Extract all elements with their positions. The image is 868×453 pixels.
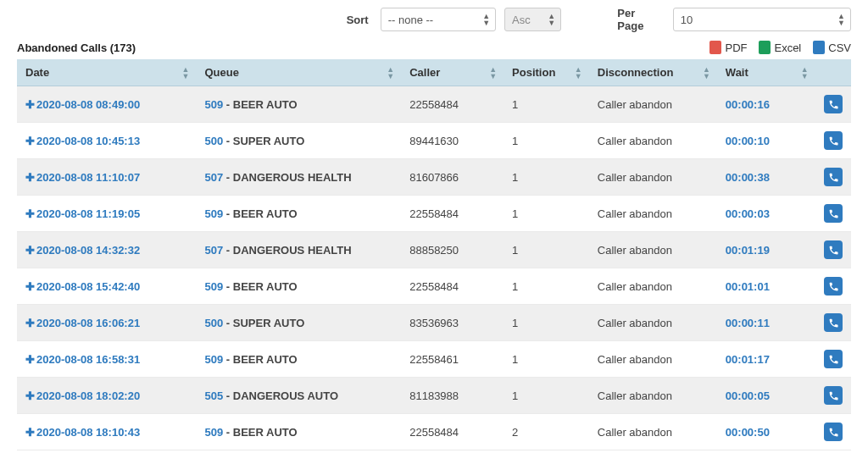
queue-code-link[interactable]: 509 <box>205 353 224 366</box>
cell-wait: 00:01:19 <box>726 244 770 257</box>
call-button[interactable] <box>824 350 843 368</box>
expand-row-link[interactable]: ✚2020-08-08 18:10:43 <box>25 426 140 439</box>
export-csv-button[interactable]: CSV <box>813 41 851 54</box>
table-row: ✚2020-08-08 11:10:07 507 - DANGEROUS HEA… <box>17 159 851 196</box>
expand-row-link[interactable]: ✚2020-08-08 11:10:07 <box>25 171 140 184</box>
table-row: ✚2020-08-08 14:32:32 507 - DANGEROUS HEA… <box>17 232 851 268</box>
table-row: ✚2020-08-08 11:19:05 509 - BEER AUTO 225… <box>17 196 851 232</box>
cell-caller: 22558484 <box>409 426 459 439</box>
sort-icon: ▲▼ <box>703 66 710 80</box>
plus-icon: ✚ <box>25 244 35 257</box>
cell-wait: 00:01:17 <box>726 353 770 366</box>
cell-wait: 00:00:11 <box>726 317 770 329</box>
call-button[interactable] <box>824 168 843 186</box>
expand-row-link[interactable]: ✚2020-08-08 11:19:05 <box>25 207 140 220</box>
export-pdf-label: PDF <box>725 41 747 54</box>
sort-direction-select[interactable]: Asc ▲▼ <box>504 8 561 31</box>
col-caller[interactable]: Caller▲▼ <box>401 59 504 86</box>
table-row: ✚2020-08-08 18:02:20 505 - DANGEROUS AUT… <box>17 378 851 414</box>
col-disconnection[interactable]: Disconnection▲▼ <box>589 59 717 86</box>
phone-icon <box>828 354 839 365</box>
cell-disconnection: Caller abandon <box>598 98 672 111</box>
expand-row-link[interactable]: ✚2020-08-08 16:58:31 <box>25 353 140 366</box>
cell-disconnection: Caller abandon <box>598 389 672 402</box>
queue-code-link[interactable]: 509 <box>205 98 224 111</box>
queue-code-link[interactable]: 500 <box>205 317 224 329</box>
plus-icon: ✚ <box>25 280 35 293</box>
cell-position: 1 <box>512 317 518 329</box>
cell-date: 2020-08-08 18:02:20 <box>36 389 140 402</box>
table-row: ✚2020-08-08 15:42:40 509 - BEER AUTO 225… <box>17 268 851 305</box>
cell-position: 2 <box>512 426 518 439</box>
sort-icon: ▲▼ <box>182 66 190 80</box>
sort-value: -- none -- <box>388 14 433 26</box>
call-button[interactable] <box>824 95 843 113</box>
sort-icon: ▲▼ <box>575 66 582 80</box>
call-button[interactable] <box>824 277 843 296</box>
phone-icon <box>828 172 839 183</box>
export-buttons: PDF Excel CSV <box>709 41 851 54</box>
call-button[interactable] <box>824 204 843 223</box>
cell-caller: 81607866 <box>409 171 459 184</box>
cell-position: 1 <box>512 207 518 220</box>
expand-row-link[interactable]: ✚2020-08-08 15:42:40 <box>25 280 140 293</box>
plus-icon: ✚ <box>25 389 35 402</box>
phone-icon <box>828 281 839 292</box>
cell-position: 1 <box>512 389 518 402</box>
expand-row-link[interactable]: ✚2020-08-08 08:49:00 <box>25 98 140 111</box>
cell-disconnection: Caller abandon <box>598 317 672 329</box>
cell-position: 1 <box>512 280 518 293</box>
perpage-select[interactable]: 10 ▲▼ <box>673 8 851 31</box>
chevron-updown-icon: ▲▼ <box>482 13 490 26</box>
col-queue[interactable]: Queue▲▼ <box>197 59 402 86</box>
cell-caller: 83536963 <box>409 317 459 329</box>
sort-icon: ▲▼ <box>489 66 497 80</box>
export-csv-label: CSV <box>828 41 851 54</box>
cell-caller: 81183988 <box>409 389 459 402</box>
plus-icon: ✚ <box>25 426 35 439</box>
export-excel-button[interactable]: Excel <box>759 41 801 54</box>
expand-row-link[interactable]: ✚2020-08-08 18:02:20 <box>25 389 140 402</box>
call-button[interactable] <box>824 386 843 405</box>
cell-disconnection: Caller abandon <box>598 207 672 220</box>
col-wait[interactable]: Wait▲▼ <box>717 59 815 86</box>
cell-caller: 22558484 <box>409 207 459 220</box>
queue-code-link[interactable]: 509 <box>205 426 224 439</box>
cell-queue-name: - SUPER AUTO <box>226 317 304 329</box>
export-pdf-button[interactable]: PDF <box>709 41 747 54</box>
cell-wait: 00:00:05 <box>726 389 770 402</box>
expand-row-link[interactable]: ✚2020-08-08 16:06:21 <box>25 317 140 329</box>
col-date[interactable]: Date▲▼ <box>17 59 197 86</box>
cell-date: 2020-08-08 18:10:43 <box>36 426 140 439</box>
queue-code-link[interactable]: 507 <box>205 171 224 184</box>
table-row: ✚2020-08-08 10:45:13 500 - SUPER AUTO 89… <box>17 123 851 159</box>
queue-code-link[interactable]: 507 <box>205 244 224 257</box>
call-button[interactable] <box>824 313 843 332</box>
phone-icon <box>828 208 839 219</box>
cell-caller: 89441630 <box>409 135 459 147</box>
cell-position: 1 <box>512 244 518 257</box>
cell-position: 1 <box>512 353 518 366</box>
expand-row-link[interactable]: ✚2020-08-08 10:45:13 <box>25 135 140 147</box>
cell-date: 2020-08-08 14:32:32 <box>36 244 140 257</box>
col-position[interactable]: Position▲▼ <box>504 59 589 86</box>
queue-code-link[interactable]: 505 <box>205 389 224 402</box>
queue-code-link[interactable]: 509 <box>205 207 224 220</box>
sort-select[interactable]: -- none -- ▲▼ <box>381 8 496 31</box>
queue-code-link[interactable]: 500 <box>205 135 224 147</box>
expand-row-link[interactable]: ✚2020-08-08 14:32:32 <box>25 244 140 257</box>
call-button[interactable] <box>824 423 843 441</box>
plus-icon: ✚ <box>25 353 35 366</box>
cell-wait: 00:00:38 <box>726 171 770 184</box>
call-button[interactable] <box>824 240 843 259</box>
cell-date: 2020-08-08 11:10:07 <box>36 171 140 184</box>
pdf-icon <box>709 41 721 54</box>
call-button[interactable] <box>824 131 843 150</box>
cell-queue-name: - BEER AUTO <box>226 426 298 439</box>
export-excel-label: Excel <box>774 41 801 54</box>
cell-queue-name: - SUPER AUTO <box>226 135 304 147</box>
excel-icon <box>759 41 771 54</box>
queue-code-link[interactable]: 509 <box>205 280 224 293</box>
cell-wait: 00:00:50 <box>726 426 770 439</box>
table-row: ✚2020-08-08 08:49:00 509 - BEER AUTO 225… <box>17 86 851 123</box>
